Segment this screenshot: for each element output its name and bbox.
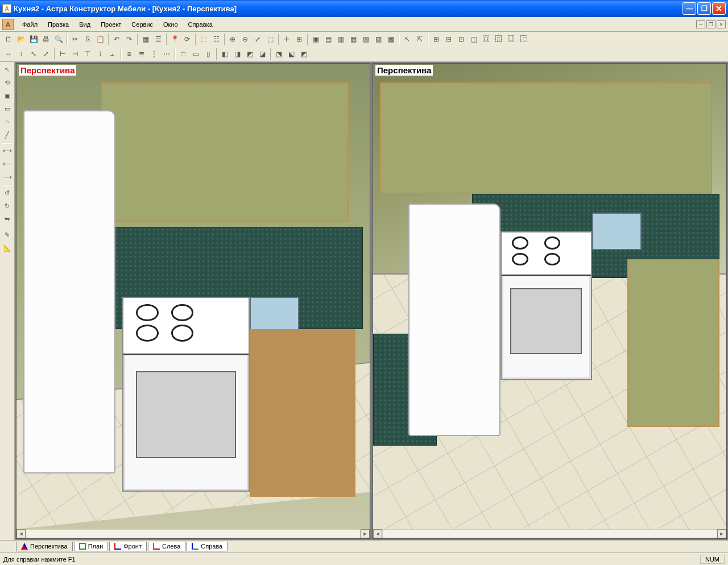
m12-icon[interactable]: ⋮	[148, 48, 160, 60]
m16-icon[interactable]: ▯	[202, 48, 214, 60]
t3-icon[interactable]: ◩	[297, 48, 310, 60]
box5-icon[interactable]: ▧	[359, 33, 372, 45]
zoom-area-icon[interactable]: ⬚	[264, 33, 276, 45]
m5-icon[interactable]: ⊢	[56, 48, 69, 60]
mdi-restore-button[interactable]: ❐	[706, 20, 715, 28]
screw-icon[interactable]: ⟳	[181, 33, 193, 45]
m2-icon[interactable]: ↕	[15, 48, 27, 60]
cursor2-icon[interactable]: ⇱	[413, 33, 426, 45]
box6-icon[interactable]: ▨	[372, 33, 384, 45]
menu-help[interactable]: Справка	[183, 19, 218, 30]
tab-perspective[interactable]: Перспектива	[16, 542, 73, 551]
box2-icon[interactable]: ▤	[322, 33, 334, 45]
m9-icon[interactable]: ⫠	[106, 48, 119, 60]
close-button[interactable]: ✕	[712, 2, 726, 15]
win6-icon[interactable]: ⿵	[493, 33, 505, 45]
m7-icon[interactable]: ⊤	[81, 48, 94, 60]
mdi-minimize-button[interactable]: –	[696, 20, 705, 28]
menu-view[interactable]: Вид	[74, 19, 96, 30]
m1-icon[interactable]: ↔	[2, 48, 15, 60]
dim2-icon[interactable]: ⟵	[1, 157, 14, 170]
box4-icon[interactable]: ▦	[347, 33, 359, 45]
m3-icon[interactable]: ⤡	[27, 48, 40, 60]
menu-edit[interactable]: Правка	[43, 19, 74, 30]
props-icon[interactable]: ☷	[210, 33, 222, 45]
menu-service[interactable]: Сервис	[126, 19, 158, 30]
layers-icon[interactable]: ☰	[152, 33, 164, 45]
pointer-icon[interactable]: ↖	[1, 63, 14, 76]
scroll-left-icon[interactable]: ◄	[16, 529, 26, 538]
m15-icon[interactable]: ▭	[189, 48, 202, 60]
zoom-fit-icon[interactable]: ⤢	[251, 33, 264, 45]
box1-icon[interactable]: ▣	[309, 33, 322, 45]
cube1-icon[interactable]: ◧	[218, 48, 231, 60]
scroll-right-icon[interactable]: ►	[717, 529, 726, 538]
copy-icon[interactable]: ⎘	[81, 33, 94, 45]
cube2-icon[interactable]: ◨	[231, 48, 243, 60]
rot-right-icon[interactable]: ↻	[1, 200, 14, 212]
tab-left[interactable]: Слева	[148, 542, 185, 551]
flip-icon[interactable]: ⇋	[1, 213, 14, 225]
win7-icon[interactable]: ⿶	[505, 33, 518, 45]
win4-icon[interactable]: ◫	[468, 33, 480, 45]
preview-icon[interactable]: 🔍	[52, 33, 65, 45]
snap-icon[interactable]: ✛	[280, 33, 293, 45]
m6-icon[interactable]: ⊣	[69, 48, 81, 60]
tab-plan[interactable]: План	[74, 542, 109, 551]
part-icon[interactable]: ▣	[1, 89, 14, 102]
scroll-right-icon[interactable]: ►	[361, 529, 370, 538]
win2-icon[interactable]: ⊟	[442, 33, 455, 45]
open-icon[interactable]: 📂	[15, 33, 27, 45]
viewport-right[interactable]: Перспектива	[373, 63, 727, 539]
m4-icon[interactable]: ⤢	[40, 48, 52, 60]
win5-icon[interactable]: ⿴	[480, 33, 493, 45]
redo-icon[interactable]: ↷	[123, 33, 135, 45]
box3-icon[interactable]: ▥	[334, 33, 347, 45]
line-icon[interactable]: ╱	[1, 128, 14, 141]
measure-icon[interactable]: 📐	[1, 242, 14, 254]
paste-icon[interactable]: 📋	[94, 33, 106, 45]
viewport-right-canvas[interactable]	[373, 64, 726, 529]
print-icon[interactable]: 🖶	[40, 33, 52, 45]
win1-icon[interactable]: ⊞	[430, 33, 442, 45]
win3-icon[interactable]: ⊡	[455, 33, 468, 45]
rotate-icon[interactable]: ⟲	[1, 76, 14, 89]
new-icon[interactable]: 🗋	[2, 33, 15, 45]
undo-icon[interactable]: ↶	[110, 33, 123, 45]
tab-front[interactable]: Фронт	[109, 542, 147, 551]
menu-file[interactable]: Файл	[17, 19, 43, 30]
t1-icon[interactable]: ⬔	[272, 48, 285, 60]
t2-icon[interactable]: ⬕	[285, 48, 297, 60]
m10-icon[interactable]: ≡	[123, 48, 135, 60]
cut-icon[interactable]: ✂	[69, 33, 81, 45]
save-icon[interactable]: 💾	[27, 33, 40, 45]
viewport-left[interactable]: Перспектива	[16, 63, 370, 539]
m13-icon[interactable]: ⋯	[160, 48, 173, 60]
viewport-left-hscroll[interactable]: ◄ ►	[16, 529, 370, 538]
scroll-left-icon[interactable]: ◄	[373, 529, 382, 538]
grid-icon[interactable]: ▦	[139, 33, 152, 45]
ortho-icon[interactable]: ⊞	[293, 33, 305, 45]
viewport-left-canvas[interactable]	[16, 64, 370, 529]
cube3-icon[interactable]: ◩	[243, 48, 256, 60]
cube4-icon[interactable]: ◪	[256, 48, 268, 60]
tab-right[interactable]: Справа	[187, 542, 228, 551]
m14-icon[interactable]: □	[177, 48, 189, 60]
scroll-track[interactable]	[26, 529, 361, 538]
menu-project[interactable]: Проект	[96, 19, 126, 30]
tree-icon[interactable]: ⸬	[197, 33, 210, 45]
win8-icon[interactable]: ⿷	[518, 33, 530, 45]
zoom-out-icon[interactable]: ⊖	[239, 33, 251, 45]
m11-icon[interactable]: ≣	[135, 48, 148, 60]
viewport-right-hscroll[interactable]: ◄ ►	[373, 529, 726, 538]
menu-window[interactable]: Окно	[158, 19, 183, 30]
rect-icon[interactable]: ▭	[1, 102, 14, 115]
dim1-icon[interactable]: ⟷	[1, 144, 14, 157]
minimize-button[interactable]: —	[682, 2, 696, 15]
circle-icon[interactable]: ○	[1, 115, 14, 128]
note-icon[interactable]: ✎	[1, 229, 14, 241]
pin-icon[interactable]: 📍	[168, 33, 181, 45]
cursor1-icon[interactable]: ↖	[401, 33, 413, 45]
zoom-in-icon[interactable]: ⊕	[226, 33, 239, 45]
box7-icon[interactable]: ▩	[384, 33, 397, 45]
